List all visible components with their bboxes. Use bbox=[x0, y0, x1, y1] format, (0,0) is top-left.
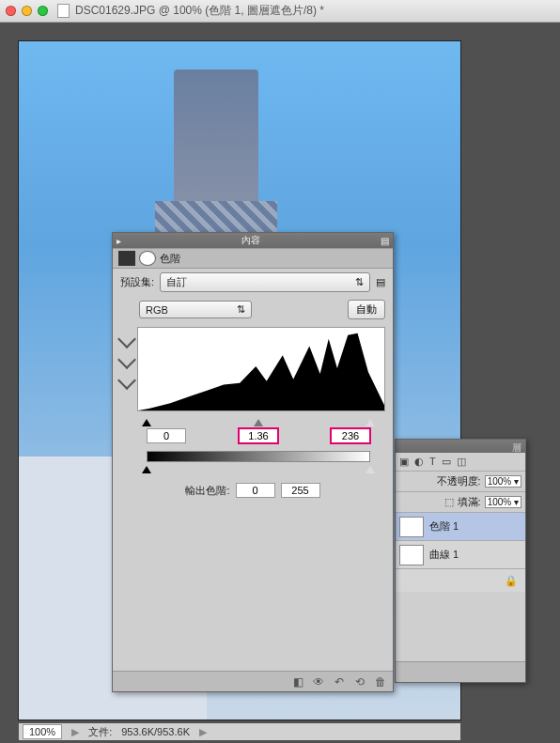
mask-icon[interactable] bbox=[139, 251, 156, 266]
svg-marker-0 bbox=[138, 333, 384, 410]
layer-name: 曲線 1 bbox=[429, 548, 459, 562]
layer-item-levels[interactable]: 色階 1 bbox=[396, 513, 525, 541]
window-title: DSC01629.JPG @ 100% (色階 1, 圖層遮色片/8) * bbox=[75, 3, 324, 19]
fileinfo-value: 953.6K/953.6K bbox=[121, 726, 190, 737]
panel-tabs: 色階 bbox=[113, 248, 393, 269]
levels-icon[interactable] bbox=[118, 251, 135, 266]
minimize-window-button[interactable] bbox=[22, 6, 32, 16]
lock-icon: 🔒 bbox=[505, 575, 518, 587]
shadow-input[interactable] bbox=[147, 428, 186, 443]
clip-icon[interactable]: ◧ bbox=[291, 675, 304, 689]
gray-point-dropper-icon[interactable] bbox=[117, 350, 136, 369]
output-label: 輸出色階: bbox=[185, 484, 229, 498]
trash-icon[interactable]: 🗑 bbox=[374, 675, 387, 689]
layer-name: 色階 1 bbox=[429, 519, 459, 534]
shape-filter-icon[interactable]: ▭ bbox=[442, 456, 451, 468]
layers-panel: 層 ▣ ◐ T ▭ ◫ 不透明度: 100% ▾ ⬚ 填滿: 100% ▾ 色階… bbox=[395, 439, 526, 683]
zoom-level[interactable]: 100% bbox=[23, 724, 62, 739]
preset-label: 預設集: bbox=[120, 275, 154, 289]
panel-title: 內容 bbox=[241, 234, 260, 247]
visibility-icon[interactable]: 👁 bbox=[312, 675, 325, 689]
window-titlebar: DSC01629.JPG @ 100% (色階 1, 圖層遮色片/8) * bbox=[0, 0, 560, 23]
status-bar: 100% ▶ 文件: 953.6K/953.6K ▶ bbox=[19, 723, 460, 740]
fileinfo-label: 文件: bbox=[88, 725, 112, 739]
auto-button[interactable]: 自動 bbox=[348, 300, 385, 319]
close-window-button[interactable] bbox=[6, 6, 16, 16]
layers-filter-row: ▣ ◐ T ▭ ◫ bbox=[396, 453, 525, 472]
opacity-value[interactable]: 100% ▾ bbox=[485, 475, 521, 488]
fill-label: 填滿: bbox=[458, 495, 481, 509]
panel-header[interactable]: ▸ 內容 ▤ bbox=[113, 233, 393, 248]
channel-select[interactable]: RGB⇅ bbox=[139, 301, 252, 318]
layer-item-curves[interactable]: 曲線 1 bbox=[396, 541, 525, 569]
layer-thumb-icon bbox=[399, 545, 424, 565]
layers-tab-hint: 層 bbox=[512, 441, 521, 455]
fill-value[interactable]: 100% ▾ bbox=[485, 496, 521, 508]
histogram[interactable] bbox=[137, 327, 385, 411]
opacity-label: 不透明度: bbox=[437, 474, 481, 488]
properties-panel-footer: ◧ 👁 ↶ ⟲ 🗑 bbox=[113, 671, 393, 691]
reset-prev-icon[interactable]: ↶ bbox=[333, 675, 346, 689]
gamma-input[interactable] bbox=[239, 428, 278, 443]
smart-filter-icon[interactable]: ◫ bbox=[457, 456, 466, 468]
document-icon bbox=[57, 4, 70, 18]
output-gradient[interactable] bbox=[147, 451, 370, 462]
output-high-input[interactable] bbox=[281, 483, 320, 498]
reset-icon[interactable]: ⟲ bbox=[353, 675, 366, 689]
preset-select[interactable]: 自訂⇅ bbox=[160, 272, 370, 292]
image-filter-icon[interactable]: ▣ bbox=[399, 456, 409, 468]
text-filter-icon[interactable]: T bbox=[429, 456, 436, 468]
output-low-input[interactable] bbox=[236, 483, 275, 498]
input-slider[interactable] bbox=[147, 415, 370, 426]
adjust-filter-icon[interactable]: ◐ bbox=[414, 456, 424, 468]
panel-menu-icon[interactable]: ▤ bbox=[381, 236, 389, 246]
black-point-dropper-icon[interactable] bbox=[117, 330, 136, 348]
white-point-dropper-icon[interactable] bbox=[117, 371, 136, 390]
preset-menu-icon[interactable]: ▤ bbox=[376, 276, 385, 288]
tab-label: 色階 bbox=[160, 252, 180, 266]
layer-thumb-icon bbox=[399, 517, 424, 537]
layer-lock-row: 🔒 bbox=[396, 569, 525, 592]
lock-icon[interactable]: ⬚ bbox=[444, 496, 454, 508]
highlight-input[interactable] bbox=[331, 428, 370, 443]
output-slider[interactable] bbox=[147, 462, 370, 473]
properties-panel: ▸ 內容 ▤ 色階 預設集: 自訂⇅ ▤ RGB⇅ 自動 bbox=[112, 232, 394, 692]
layers-panel-footer bbox=[396, 661, 525, 682]
maximize-window-button[interactable] bbox=[38, 6, 48, 16]
